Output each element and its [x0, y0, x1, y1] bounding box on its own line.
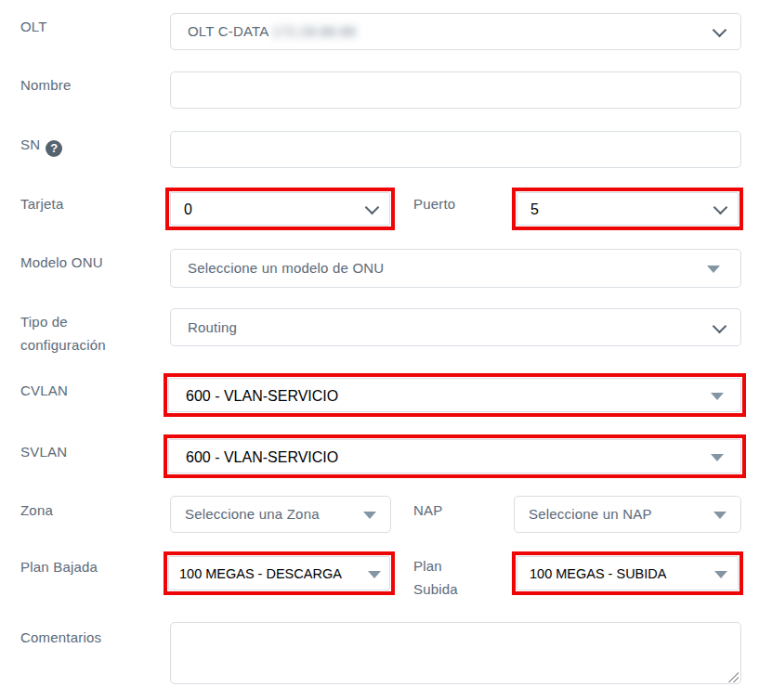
svlan-selected-value: 600 - VLAN-SERVICIO [169, 449, 338, 465]
tarjeta-select[interactable]: 0 [170, 192, 390, 226]
nap-selected-value: Seleccione un NAP [515, 497, 740, 532]
comentarios-textarea[interactable] [170, 622, 741, 684]
svlan-select[interactable]: 600 - VLAN-SERVICIO [168, 439, 741, 473]
nap-select[interactable]: Seleccione un NAP [514, 496, 741, 533]
olt-selected-value: OLT C-DATA [188, 23, 268, 39]
olt-redacted-ip: 172.28.88.88 [272, 23, 356, 39]
tipo-configuracion-select[interactable]: Routing [170, 308, 741, 346]
olt-label: OLT [20, 15, 47, 38]
zona-selected-value: Seleccione una Zona [171, 497, 390, 532]
highlight-box-puerto: 5 [512, 188, 743, 230]
cvlan-selected-value: 600 - VLAN-SERVICIO [169, 388, 338, 404]
cvlan-select[interactable]: 600 - VLAN-SERVICIO [168, 378, 741, 412]
nap-label: NAP [413, 499, 442, 522]
olt-select[interactable]: OLT C-DATA 172.28.88.88 [170, 13, 741, 50]
modelo-onu-label: Modelo ONU [20, 251, 103, 274]
triangle-down-icon [368, 571, 381, 578]
puerto-selected-value: 5 [517, 201, 539, 217]
puerto-select[interactable]: 5 [517, 192, 739, 226]
comentarios-label: Comentarios [20, 626, 101, 649]
puerto-label: Puerto [413, 192, 455, 215]
highlight-box-cvlan: 600 - VLAN-SERVICIO [164, 373, 746, 417]
nombre-label: Nombre [20, 73, 72, 97]
highlight-box-plan-subida: 100 MEGAS - SUBIDA [512, 551, 743, 595]
plan-subida-selected-value: 100 MEGAS - SUBIDA [517, 566, 666, 581]
triangle-down-icon [711, 454, 724, 461]
modelo-onu-selected-value: Seleccione un modelo de ONU [171, 250, 740, 287]
plan-subida-select[interactable]: 100 MEGAS - SUBIDA [517, 556, 739, 590]
svlan-label: SVLAN [20, 440, 67, 463]
plan-bajada-select[interactable]: 100 MEGAS - DESCARGA [168, 556, 390, 590]
plan-subida-label: Plan Subida [413, 554, 478, 601]
tarjeta-label: Tarjeta [20, 192, 63, 215]
help-icon[interactable]: ? [46, 140, 62, 157]
modelo-onu-select[interactable]: Seleccione un modelo de ONU [170, 249, 741, 288]
highlight-box-svlan: 600 - VLAN-SERVICIO [164, 434, 746, 478]
tipo-configuracion-selected-value: Routing [171, 309, 740, 345]
chevron-down-icon [713, 201, 728, 215]
zona-label: Zona [20, 499, 53, 522]
cvlan-label: CVLAN [20, 379, 68, 402]
sn-label: SN? [20, 133, 62, 157]
highlight-box-plan-bajada: 100 MEGAS - DESCARGA [164, 551, 395, 595]
triangle-down-icon [711, 393, 724, 400]
tarjeta-selected-value: 0 [171, 201, 192, 217]
plan-bajada-selected-value: 100 MEGAS - DESCARGA [169, 566, 342, 581]
triangle-down-icon [714, 571, 727, 578]
zona-select[interactable]: Seleccione una Zona [170, 496, 391, 533]
sn-label-text: SN [20, 136, 40, 152]
triangle-down-icon [707, 266, 720, 273]
highlight-box-tarjeta: 0 [165, 188, 395, 230]
chevron-down-icon [365, 201, 380, 215]
plan-bajada-label: Plan Bajada [20, 555, 98, 578]
onu-provisioning-form: OLT OLT C-DATA 172.28.88.88 Nombre SN? T… [0, 0, 772, 700]
tipo-configuracion-label: Tipo de configuración [20, 310, 141, 356]
triangle-down-icon [363, 512, 376, 519]
nombre-input[interactable] [170, 71, 741, 109]
triangle-down-icon [713, 512, 726, 519]
sn-input[interactable] [170, 131, 741, 168]
